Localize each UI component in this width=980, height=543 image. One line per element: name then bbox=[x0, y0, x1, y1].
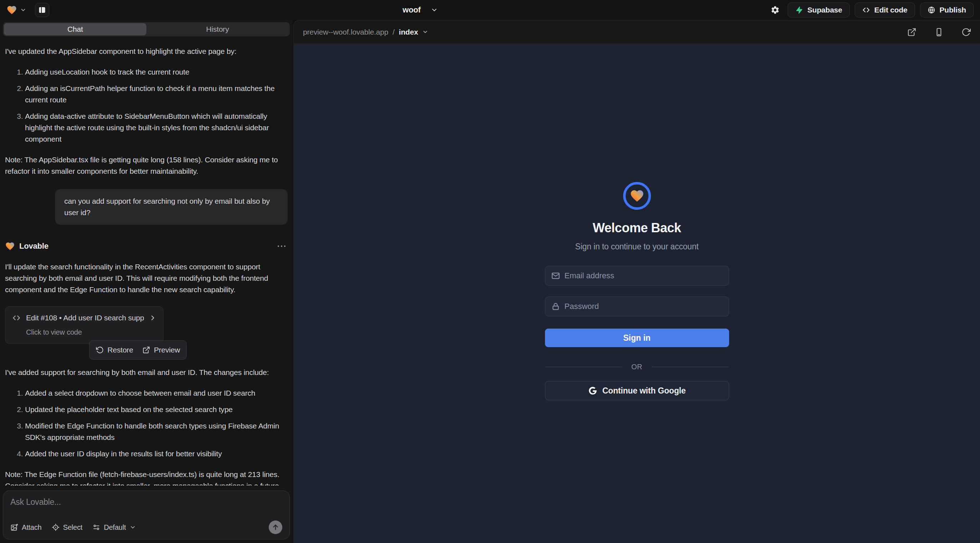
attach-button[interactable]: Attach bbox=[10, 523, 42, 532]
code-brackets-icon bbox=[862, 6, 870, 14]
lovable-logo-menu[interactable] bbox=[6, 5, 26, 15]
chevron-right-icon bbox=[149, 314, 157, 322]
open-in-new-tab-icon[interactable] bbox=[907, 27, 916, 37]
preview-host: preview--woof.lovable.app bbox=[303, 28, 388, 37]
password-input[interactable] bbox=[565, 302, 723, 311]
password-field[interactable] bbox=[545, 297, 729, 316]
restore-label: Restore bbox=[107, 344, 133, 356]
mail-icon bbox=[551, 271, 560, 280]
message-options-icon[interactable] bbox=[275, 243, 288, 249]
restore-button[interactable]: Restore bbox=[96, 344, 133, 356]
assistant-name: Lovable bbox=[19, 240, 49, 252]
or-divider: OR bbox=[545, 363, 729, 371]
attach-label: Attach bbox=[22, 523, 42, 532]
user-message-bubble: can you add support for searching not on… bbox=[55, 189, 288, 225]
list-item: Modified the Edge Function to handle bot… bbox=[25, 420, 288, 443]
preview-viewport: Welcome Back Sign in to continue to your… bbox=[294, 44, 980, 543]
lovable-heart-icon bbox=[5, 241, 15, 251]
target-select-icon bbox=[52, 523, 60, 531]
select-button[interactable]: Select bbox=[52, 523, 83, 532]
welcome-subtitle: Sign in to continue to your account bbox=[575, 242, 699, 251]
assistant-message-note: Note: The Edge Function file (fetch-fire… bbox=[5, 469, 288, 486]
chat-input[interactable] bbox=[10, 497, 282, 507]
mode-selector[interactable]: Default bbox=[92, 523, 136, 532]
assistant-message-note: Note: The AppSidebar.tsx file is getting… bbox=[5, 154, 288, 177]
top-bar: woof Supabase Edit code Publish bbox=[0, 0, 980, 20]
list-item: Added a select dropdown to choose betwee… bbox=[25, 387, 288, 399]
list-item: Adding data-active attribute to SidebarM… bbox=[25, 111, 288, 145]
supabase-button[interactable]: Supabase bbox=[788, 3, 850, 17]
edit-code-label: Edit code bbox=[874, 6, 908, 14]
image-attach-icon bbox=[10, 523, 18, 531]
project-title: woof bbox=[402, 5, 421, 14]
list-item: Added the user ID display in the results… bbox=[25, 448, 288, 459]
assistant-message-intro: I'll update the search functionality in … bbox=[5, 261, 288, 295]
supabase-label: Supabase bbox=[807, 6, 842, 14]
edit-card-subtitle: Click to view code bbox=[26, 326, 157, 338]
preview-label: Preview bbox=[154, 344, 180, 356]
restore-icon bbox=[96, 346, 104, 354]
sliders-icon bbox=[92, 523, 100, 531]
email-input[interactable] bbox=[565, 271, 723, 280]
arrow-up-icon bbox=[272, 523, 280, 531]
list-item: Adding an isCurrentPath helper function … bbox=[25, 83, 288, 106]
assistant-message-list: Adding useLocation hook to track the cur… bbox=[5, 67, 288, 145]
publish-button[interactable]: Publish bbox=[920, 3, 974, 17]
sign-in-card: Welcome Back Sign in to continue to your… bbox=[545, 44, 729, 400]
panel-left-icon bbox=[38, 6, 46, 14]
send-button[interactable] bbox=[269, 521, 282, 534]
preview-address-bar: preview--woof.lovable.app / index bbox=[294, 20, 980, 44]
welcome-title: Welcome Back bbox=[593, 221, 681, 235]
edit-card-title: Edit #108 • Add user ID search supp... bbox=[26, 312, 144, 324]
sidebar-toggle-button[interactable] bbox=[35, 3, 49, 17]
mode-label: Default bbox=[104, 523, 126, 532]
chat-composer: Attach Select Default bbox=[3, 491, 290, 540]
assistant-message-intro: I've updated the AppSidebar component to… bbox=[5, 46, 288, 57]
app-logo bbox=[623, 182, 651, 210]
chat-panel: Chat History I've updated the AppSidebar… bbox=[0, 20, 293, 543]
edit-code-button[interactable]: Edit code bbox=[855, 3, 915, 17]
chevron-down-icon bbox=[20, 7, 26, 13]
assistant-header: Lovable bbox=[5, 240, 288, 252]
chevron-down-icon bbox=[431, 6, 438, 14]
preview-page: index bbox=[399, 28, 418, 37]
restore-preview-toolbar: Restore Preview bbox=[89, 340, 187, 360]
refresh-icon[interactable] bbox=[961, 27, 971, 37]
assistant-message-summary: I've added support for searching by both… bbox=[5, 367, 288, 378]
preview-url[interactable]: preview--woof.lovable.app / index bbox=[303, 28, 428, 37]
settings-button[interactable] bbox=[768, 3, 783, 17]
preview-panel: preview--woof.lovable.app / index bbox=[293, 20, 980, 543]
globe-icon bbox=[928, 6, 935, 14]
preview-button[interactable]: Preview bbox=[142, 344, 180, 356]
publish-label: Publish bbox=[940, 6, 966, 14]
code-brackets-icon bbox=[12, 313, 21, 322]
email-field[interactable] bbox=[545, 266, 729, 286]
google-icon bbox=[588, 386, 597, 395]
url-separator: / bbox=[393, 28, 395, 37]
project-switcher[interactable]: woof bbox=[402, 0, 438, 20]
assistant-message-list: Added a select dropdown to choose betwee… bbox=[5, 387, 288, 459]
gear-icon bbox=[770, 5, 780, 14]
heart-icon bbox=[630, 188, 644, 203]
list-item: Adding useLocation hook to track the cur… bbox=[25, 67, 288, 78]
mobile-view-icon[interactable] bbox=[934, 27, 943, 37]
chevron-down-icon bbox=[130, 524, 136, 530]
tab-chat[interactable]: Chat bbox=[4, 23, 146, 35]
chat-history-tabs: Chat History bbox=[3, 22, 290, 37]
sign-in-button[interactable]: Sign in bbox=[545, 329, 729, 347]
external-link-icon bbox=[142, 346, 150, 354]
edit-version-card[interactable]: Edit #108 • Add user ID search supp... C… bbox=[5, 306, 164, 344]
lock-icon bbox=[551, 302, 560, 311]
chevron-down-icon bbox=[422, 29, 428, 35]
select-label: Select bbox=[63, 523, 83, 532]
lovable-heart-icon bbox=[6, 5, 17, 15]
google-button-label: Continue with Google bbox=[602, 386, 686, 396]
or-label: OR bbox=[631, 363, 643, 371]
supabase-icon bbox=[795, 6, 803, 14]
list-item: Updated the placeholder text based on th… bbox=[25, 404, 288, 415]
google-sign-in-button[interactable]: Continue with Google bbox=[545, 381, 729, 400]
chat-message-list[interactable]: I've updated the AppSidebar component to… bbox=[0, 37, 293, 486]
tab-history[interactable]: History bbox=[146, 23, 289, 35]
